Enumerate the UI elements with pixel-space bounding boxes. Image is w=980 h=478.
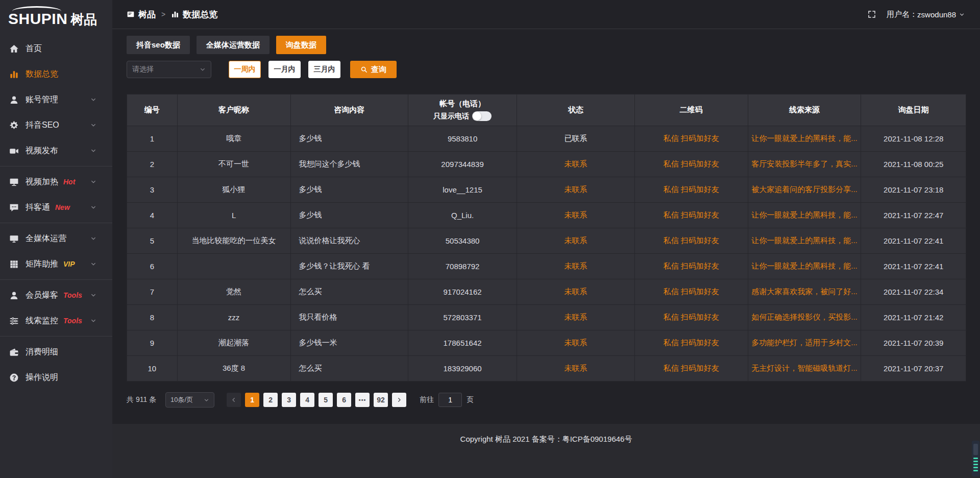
cell-date: 2021-11-07 21:42 xyxy=(861,305,966,330)
qr-link[interactable]: 私信 扫码加好友 xyxy=(663,287,719,296)
cell-account: 572803371 xyxy=(408,305,517,330)
brand-name-cn: 树品 xyxy=(70,13,97,27)
source-link[interactable]: 让你一眼就爱上的黑科技，能... xyxy=(751,210,857,219)
cell-source: 如何正确选择投影仪，买投影... xyxy=(748,305,861,330)
sidebar-item-label: 抖客通 xyxy=(26,202,50,213)
page-button-6[interactable]: 6 xyxy=(337,393,351,407)
qr-link[interactable]: 私信 扫码加好友 xyxy=(663,159,719,168)
range-week-button[interactable]: 一周内 xyxy=(229,61,261,78)
cell-date: 2021-11-07 20:39 xyxy=(861,330,966,356)
logo-arc-decoration xyxy=(12,6,61,11)
breadcrumb-separator: > xyxy=(161,10,165,18)
sidebar-item-douke-tong[interactable]: 抖客通New xyxy=(0,195,112,220)
username-value: zswodun88 xyxy=(917,10,956,19)
cell-nickname: L xyxy=(177,203,290,228)
page-button-4[interactable]: 4 xyxy=(300,393,314,407)
tab-inquiry-data[interactable]: 询盘数据 xyxy=(276,36,326,54)
page-button-2[interactable]: 2 xyxy=(263,393,278,407)
phone-only-toggle[interactable] xyxy=(472,111,492,121)
search-button[interactable]: 查询 xyxy=(350,61,397,78)
qr-link[interactable]: 私信 扫码加好友 xyxy=(663,338,719,347)
cell-status: 未联系 xyxy=(517,203,634,228)
cell-account: 50534380 xyxy=(408,228,517,254)
user-menu[interactable]: 用户名： zswodun88 xyxy=(887,10,965,19)
cell-id: 7 xyxy=(127,279,178,305)
chevron-down-icon xyxy=(200,66,206,73)
sidebar-item-label: 首页 xyxy=(26,43,42,54)
tab-media-operation-data[interactable]: 全媒体运营数据 xyxy=(197,36,270,54)
fullscreen-icon[interactable] xyxy=(867,10,876,19)
camera-icon xyxy=(9,146,19,156)
sidebar-item-badge: Tools xyxy=(63,291,82,299)
cell-id: 5 xyxy=(127,228,178,254)
cell-content: 多少钱？让我死心 看 xyxy=(290,254,408,279)
sidebar-item-media-operation[interactable]: 全媒体运营 xyxy=(0,226,112,251)
sidebar-item-member-burst[interactable]: 会员爆客Tools xyxy=(0,282,112,308)
page-button-5[interactable]: 5 xyxy=(318,393,333,407)
page-button-1[interactable]: 1 xyxy=(245,393,259,407)
cell-nickname: 潮起潮落 xyxy=(177,330,290,356)
cell-date: 2021-11-07 22:41 xyxy=(861,228,966,254)
sidebar-item-video-publish[interactable]: 视频发布 xyxy=(0,138,112,163)
sidebar-item-home[interactable]: 首页 xyxy=(0,36,112,61)
source-link[interactable]: 客厅安装投影半年多了，真实... xyxy=(751,159,857,168)
qr-link[interactable]: 私信 扫码加好友 xyxy=(663,313,719,321)
prev-page-button[interactable] xyxy=(227,393,241,407)
cell-nickname: 当地比较能吃的一位美女 xyxy=(177,228,290,254)
page-size-select[interactable]: 10条/页 xyxy=(165,392,214,408)
breadcrumb-item-data-overview[interactable]: 数据总览 xyxy=(171,9,217,20)
qr-link[interactable]: 私信 扫码加好友 xyxy=(663,134,719,142)
data-tabs: 抖音seo数据全媒体运营数据询盘数据 xyxy=(127,36,966,54)
sidebar-item-consume-detail[interactable]: 消费明细 xyxy=(0,339,112,365)
sidebar-item-account-manage[interactable]: 账号管理 xyxy=(0,87,112,112)
edge-widget[interactable] xyxy=(972,441,979,476)
sidebar-item-video-heat[interactable]: 视频加热Hot xyxy=(0,169,112,195)
col-account: 帐号（电话）只显示电话 xyxy=(408,94,517,126)
source-link[interactable]: 无主灯设计，智能磁吸轨道灯... xyxy=(751,364,857,372)
range-month-button[interactable]: 一月内 xyxy=(268,61,301,78)
range-three-months-button[interactable]: 三月内 xyxy=(308,61,340,78)
goto-label: 前往 xyxy=(420,395,434,404)
page-button-92[interactable]: 92 xyxy=(374,393,388,407)
source-link[interactable]: 被大家追着问的客厅投影分享... xyxy=(751,185,857,194)
qr-link[interactable]: 私信 扫码加好友 xyxy=(663,185,719,194)
breadcrumb-item-shupin[interactable]: 树品 xyxy=(127,9,156,20)
qr-link[interactable]: 私信 扫码加好友 xyxy=(663,364,719,372)
sidebar-item-label: 账号管理 xyxy=(26,94,58,105)
source-link[interactable]: 让你一眼就爱上的黑科技，能... xyxy=(751,236,857,245)
sidebar-item-douyin-seo[interactable]: 抖音SEO xyxy=(0,112,112,138)
source-link[interactable]: 如何正确选择投影仪，买投影... xyxy=(751,313,857,321)
phone-only-label: 只显示电话 xyxy=(433,112,469,121)
source-link[interactable]: 让你一眼就爱上的黑科技，能... xyxy=(751,134,857,142)
qr-link[interactable]: 私信 扫码加好友 xyxy=(663,236,719,245)
tab-douyin-seo-data[interactable]: 抖音seo数据 xyxy=(127,36,190,54)
chevron-down-icon xyxy=(90,122,96,128)
sidebar-item-lead-monitor[interactable]: 线索监控Tools xyxy=(0,308,112,333)
qr-link[interactable]: 私信 扫码加好友 xyxy=(663,261,719,270)
topbar: 树品>数据总览 用户名： zswodun88 xyxy=(112,0,980,29)
cell-source: 让你一眼就爱上的黑科技，能... xyxy=(748,228,861,254)
screen-icon xyxy=(9,177,19,187)
source-link[interactable]: 感谢大家喜欢我家，被问了好... xyxy=(751,287,857,296)
filter-select[interactable]: 请选择 xyxy=(127,61,211,78)
chevron-down-icon xyxy=(90,261,96,267)
qr-link[interactable]: 私信 扫码加好友 xyxy=(663,210,719,219)
chevron-down-icon xyxy=(90,148,96,154)
more-pages-button[interactable]: ••• xyxy=(355,393,370,407)
source-link[interactable]: 多功能护栏灯，适用于乡村文... xyxy=(751,338,857,347)
cell-content: 多少钱 xyxy=(290,203,408,228)
user-icon xyxy=(9,95,19,105)
next-page-button[interactable] xyxy=(392,393,406,407)
goto-page-input[interactable] xyxy=(438,393,462,407)
sidebar-item-matrix-boost[interactable]: 矩阵助推VIP xyxy=(0,251,112,277)
chevron-down-icon xyxy=(959,12,965,17)
sidebar-item-data-overview[interactable]: 数据总览 xyxy=(0,61,112,87)
table-row: 5当地比较能吃的一位美女说说价格让我死心50534380未联系私信 扫码加好友让… xyxy=(127,228,966,254)
source-link[interactable]: 让你一眼就爱上的黑科技，能... xyxy=(751,261,857,270)
sidebar-item-operation-guide[interactable]: 操作说明 xyxy=(0,365,112,390)
table-header-row: 编号客户昵称咨询内容帐号（电话）只显示电话状态二维码线索来源询盘日期 xyxy=(127,94,966,126)
page-button-3[interactable]: 3 xyxy=(282,393,296,407)
phone-only-row: 只显示电话 xyxy=(408,111,517,121)
sidebar-item-label: 会员爆客 xyxy=(26,290,58,301)
chevron-down-icon xyxy=(90,97,96,103)
